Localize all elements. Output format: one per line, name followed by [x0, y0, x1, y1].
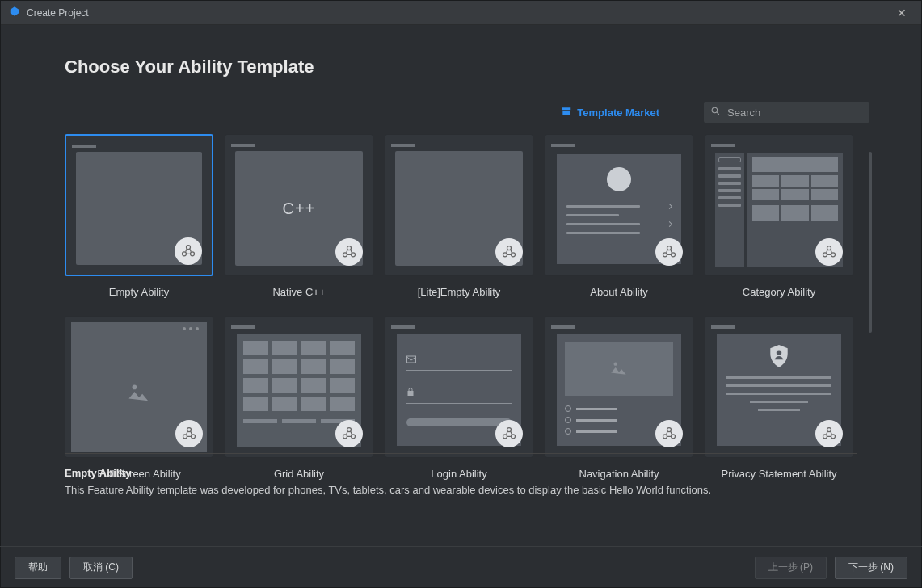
svg-point-29: [512, 435, 516, 439]
svg-point-30: [614, 363, 617, 366]
mail-icon: [406, 352, 416, 367]
description-text: This Feature Ability template was develo…: [65, 484, 857, 496]
svg-point-28: [503, 435, 507, 439]
market-icon: [561, 106, 572, 120]
template-card-category[interactable]: Category Ability: [705, 134, 853, 298]
svg-point-33: [672, 435, 676, 439]
svg-point-7: [352, 253, 356, 257]
svg-point-21: [192, 435, 196, 439]
svg-rect-25: [407, 356, 416, 363]
svg-point-34: [777, 351, 781, 355]
svg-point-10: [512, 253, 516, 257]
svg-point-15: [823, 253, 827, 257]
svg-point-37: [831, 435, 836, 439]
template-label: About Ability: [590, 286, 648, 298]
description-panel: Empty Ability This Feature Ability templ…: [65, 453, 857, 496]
harmonyos-badge-icon: [815, 420, 843, 447]
template-label: [Lite]Empty Ability: [418, 286, 501, 298]
svg-point-13: [672, 253, 676, 257]
svg-point-18: [133, 385, 137, 390]
svg-point-23: [343, 435, 347, 439]
image-placeholder-icon: [125, 380, 153, 406]
search-icon: [710, 105, 721, 120]
template-card-native-cpp[interactable]: C++ Native C++: [225, 134, 373, 298]
search-box[interactable]: [704, 102, 869, 123]
svg-point-12: [663, 253, 667, 257]
titlebar: Create Project ✕: [1, 1, 921, 25]
harmonyos-badge-icon: [495, 238, 523, 266]
svg-point-6: [343, 253, 347, 257]
svg-point-16: [831, 253, 836, 257]
template-label: Native C++: [272, 286, 325, 298]
app-icon: [9, 6, 20, 20]
previous-button[interactable]: 上一步 (P): [755, 556, 827, 579]
lock-icon: [406, 385, 415, 400]
harmonyos-badge-icon: [655, 238, 683, 266]
harmonyos-badge-icon: [175, 237, 202, 265]
template-label: Category Ability: [743, 286, 815, 298]
scrollbar[interactable]: [869, 152, 872, 333]
cancel-button[interactable]: 取消 (C): [69, 556, 133, 579]
window-title: Create Project: [27, 7, 89, 19]
harmonyos-badge-icon: [335, 238, 363, 266]
svg-point-24: [352, 435, 356, 439]
template-market-link[interactable]: Template Market: [561, 106, 659, 120]
page-heading: Choose Your Ability Template: [65, 57, 874, 78]
svg-point-9: [503, 253, 507, 257]
harmonyos-badge-icon: [175, 420, 203, 447]
harmonyos-badge-icon: [815, 238, 843, 266]
harmonyos-badge-icon: [655, 420, 683, 447]
harmonyos-badge-icon: [495, 420, 523, 447]
svg-point-20: [183, 435, 187, 439]
help-button[interactable]: 帮助: [15, 556, 61, 579]
svg-point-32: [663, 435, 667, 439]
footer: 帮助 取消 (C) 上一步 (P) 下一步 (N): [0, 546, 922, 588]
svg-point-0: [712, 107, 718, 113]
svg-point-3: [183, 252, 187, 256]
close-button[interactable]: ✕: [890, 3, 913, 23]
svg-point-4: [191, 252, 195, 256]
template-card-lite-empty[interactable]: [Lite]Empty Ability: [385, 134, 533, 298]
template-card-empty-ability[interactable]: Empty Ability: [65, 134, 213, 298]
description-title: Empty Ability: [65, 467, 857, 479]
svg-rect-26: [408, 391, 414, 396]
svg-point-36: [823, 435, 827, 439]
shield-user-icon: [768, 344, 789, 368]
templates-grid: Empty Ability C++ Native C++ [Lite]Empty…: [65, 134, 874, 480]
search-input[interactable]: [727, 107, 863, 119]
next-button[interactable]: 下一步 (N): [835, 556, 907, 579]
template-market-label: Template Market: [577, 107, 659, 119]
template-label: Empty Ability: [109, 286, 169, 298]
svg-line-1: [717, 112, 719, 115]
harmonyos-badge-icon: [335, 420, 363, 447]
image-placeholder-icon: [608, 359, 629, 380]
template-card-about[interactable]: About Ability: [545, 134, 693, 298]
